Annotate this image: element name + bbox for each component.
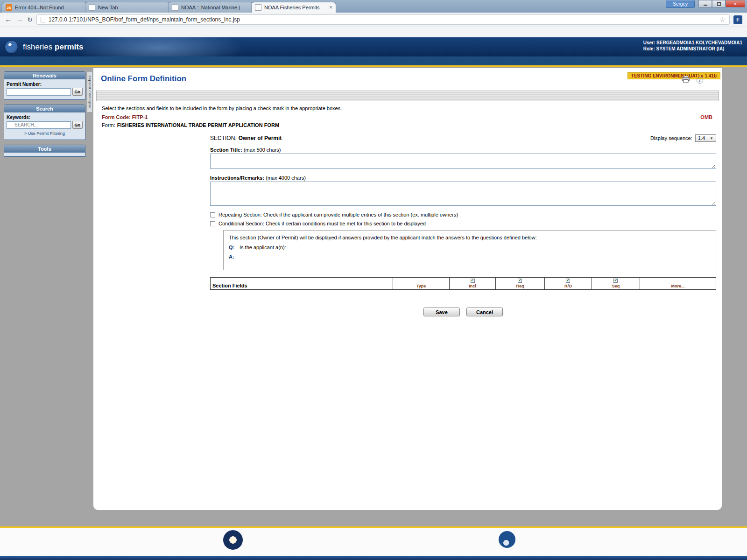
page-body: Renewals Permit Number: Go Search Keywor… [0,68,747,526]
bookmarks-bar [0,27,747,37]
page-icon [41,17,45,22]
app-navbar [0,56,747,67]
cancel-button[interactable]: Cancel [466,308,503,316]
search-go-button[interactable]: Go [72,121,83,129]
display-sequence-select[interactable]: 1.4▼ [695,134,716,142]
section-title-label: Section Title: (max 500 chars) [210,147,716,153]
expand-collapse-strip[interactable]: expand / collapse [87,71,92,112]
save-button[interactable]: Save [423,308,460,316]
noaa-seal [499,531,515,548]
browser-tab[interactable]: New Tab [85,2,170,13]
check-all-req-icon[interactable] [518,279,522,283]
tab-title: NOAA :: National Marine | [181,5,249,10]
url-text[interactable]: 127.0.0.1:7101/NPS_BOF/bof_form_def/nps_… [49,16,713,23]
tab-title: New Tab [98,5,166,10]
form-label: Form: [102,122,115,128]
tools-panel: Tools [4,145,85,157]
role-line: Role: SYSTEM ADMINISTRATOR (IA) [643,46,742,52]
page-favicon [172,4,178,11]
browser-toolbar: ← → ↻ 127.0.0.1:7101/NPS_BOF/bof_form_de… [0,13,747,27]
keywords-label: Keywords: [7,115,83,120]
browser-tab[interactable]: NOAA :: National Marine | [168,2,253,13]
form-name: FISHERIES INTERNATIONAL TRADE PERMIT APP… [117,122,279,128]
col-seq: Seq [592,278,640,290]
display-sequence-label: Display sequence: [650,135,692,141]
tab-close-icon[interactable]: × [329,4,332,11]
condition-box: This section (Owner of Permit) will be d… [223,230,716,270]
forward-icon[interactable]: → [16,15,23,24]
browser-tabstrip: 26Error 404--Not FoundNew TabNOAA :: Nat… [0,0,747,13]
col-type: Type [393,278,449,290]
section-fields-table: Section Fields Type Incl Req R/O Seq Mor… [210,277,716,290]
chrome-profile-button[interactable]: Sergey [666,0,695,8]
page-footer [0,526,747,560]
col-more: More... [640,278,716,290]
window-controls: × [698,0,745,7]
minimize-button[interactable] [698,0,712,7]
app-header: fisheries permits User: SERGEADMOIA1 KOL… [0,37,747,56]
permit-number-input[interactable] [7,88,71,96]
close-button[interactable]: × [726,0,745,7]
form-code-value: FITP-1 [132,114,148,120]
address-bar[interactable]: 127.0.0.1:7101/NPS_BOF/bof_form_def/nps_… [36,14,730,25]
commerce-seal [223,530,243,550]
page-favicon [255,4,261,11]
conditional-section-label: Conditional Section: Check if certain co… [218,221,426,226]
back-icon[interactable]: ← [5,15,12,24]
condition-intro: This section (Owner of Permit) will be d… [229,235,711,240]
main-panel: TESTING ENVIRONMENT(UAT) v 1.41b Online … [93,68,722,510]
form-code-label: Form Code: [102,114,131,120]
section-editor: SECTION:Owner of Permit Display sequence… [210,133,716,316]
col-req: Req [495,278,544,290]
brand-normal: fisheries [23,42,52,51]
chevron-down-icon: ▼ [710,136,713,140]
print-icon[interactable] [682,76,690,85]
col-ro: R/O [545,278,592,290]
sidebar: Renewals Permit Number: Go Search Keywor… [4,71,85,161]
browser-tab[interactable]: NOAA Fisheries Permits× [251,2,336,13]
question-text: Is the applicant a(n): [240,245,286,250]
permit-number-label: Permit Number: [7,82,83,87]
table-header-row: Section Fields Type Incl Req R/O Seq Mor… [211,278,716,290]
renewals-go-button[interactable]: Go [72,88,83,96]
browser-tab[interactable]: 26Error 404--Not Found [2,2,87,13]
check-all-seq-icon[interactable] [613,279,618,283]
repeating-section-checkbox[interactable] [210,212,215,217]
form-code: Form Code: FITP-1 [102,114,148,120]
bookmark-star-icon[interactable]: ☆ [719,16,726,23]
search-input[interactable] [7,121,71,129]
loc26-favicon: 26 [6,4,12,11]
tools-links [4,153,85,156]
instructions-label: Instructions/Remarks: (max 4000 chars) [210,175,716,181]
search-panel: Search Keywords: Go > Use Permit Filteri… [4,105,85,140]
section-heading: SECTION:Owner of Permit [210,135,282,141]
check-all-ro-icon[interactable] [566,279,570,283]
omb-link[interactable]: OMB [700,114,712,120]
section-title-textarea[interactable] [210,154,716,169]
tab-title: NOAA Fisheries Permits [264,5,326,10]
footer-links [0,528,747,530]
question-tag: Q: [229,245,235,250]
extension-icon[interactable]: F [733,15,742,24]
reload-icon[interactable]: ↻ [27,16,33,23]
renewals-title: Renewals [4,72,85,79]
repeating-section-label: Repeating Section: Check if the applican… [218,212,458,217]
info-icon[interactable]: i [697,77,703,84]
answer-tag: A: [229,254,235,259]
form-name-row: Form:FISHERIES INTERNATIONAL TRADE PERMI… [102,122,722,128]
conditional-section-checkbox[interactable] [210,221,215,226]
renewals-panel: Renewals Permit Number: Go [4,71,85,100]
check-all-incl-icon[interactable] [471,279,475,283]
footer-blue-bar [0,556,747,560]
fields-table-title: Section Fields [211,278,393,290]
tab-title: Error 404--Not Found [15,5,83,10]
content-tabs-bar [96,91,719,101]
page-favicon [89,4,95,11]
instructions-textarea[interactable] [210,182,716,206]
app-brand: fisheries permits [23,42,83,52]
maximize-button[interactable] [712,0,726,7]
permit-filtering-link[interactable]: > Use Permit Filtering [7,131,83,136]
noaa-logo [5,40,18,54]
search-title: Search [4,105,85,112]
environment-badge: TESTING ENVIRONMENT(UAT) v 1.41b [627,72,720,79]
